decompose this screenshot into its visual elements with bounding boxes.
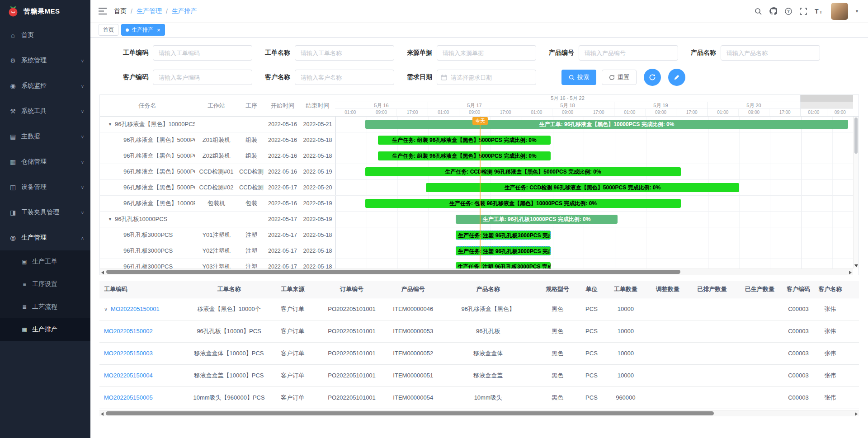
demand-date-input[interactable] bbox=[437, 70, 536, 85]
breadcrumb-scheduling[interactable]: 生产排产 bbox=[172, 7, 197, 15]
work-order-code-input[interactable] bbox=[153, 45, 252, 61]
gantt-start-date: 2022-05-17 bbox=[265, 259, 300, 268]
gantt-task-bar[interactable]: 生产任务: 注塑 96孔孔板3000PCS 完成比例: 0% bbox=[456, 262, 551, 268]
gantt-vertical-scrollbar[interactable] bbox=[853, 117, 859, 268]
chevron-down-icon[interactable]: ▾ bbox=[856, 9, 858, 14]
gantt-task-bar[interactable]: 生产任务: 注塑 96孔孔板3000PCS 完成比例: 0% bbox=[456, 246, 551, 255]
sidebar-item-fixture[interactable]: ◨工装夹具管理∨ bbox=[0, 200, 90, 225]
gantt-hour-label: 01:00 bbox=[614, 109, 646, 116]
table-row[interactable]: MO20220515000510mm吸头【960000】PCS客户订单PO202… bbox=[99, 386, 859, 409]
table-row[interactable]: MO20220515000296孔孔板【10000】PCS客户订单PO20220… bbox=[99, 320, 859, 342]
table-horizontal-scrollbar[interactable] bbox=[99, 410, 859, 416]
table-row[interactable]: MO202205150004移液盒盒盖【10000】PCS客户订单PO20220… bbox=[99, 364, 859, 386]
work-order-link[interactable]: MO202205150004 bbox=[104, 372, 153, 379]
gantt-timeline-header: 5月 16 - 5月 22 5月 1601:0009:0017:005月 170… bbox=[335, 95, 853, 116]
table-row[interactable]: MO202205150003移液盒盒体【10000】PCS客户订单PO20220… bbox=[99, 342, 859, 364]
scroll-down-arrow[interactable] bbox=[854, 264, 858, 267]
gantt-task-name: ▼96孔移液盒【黑色】10000PCS bbox=[100, 117, 195, 132]
gantt-row[interactable]: 96孔移液盒【黑色】5000PCSCCD检测#01CCD检测2022-05-16… bbox=[100, 164, 859, 180]
gantt-end-date: 2022-05-19 bbox=[300, 164, 335, 179]
gantt-task-name: 96孔孔板3000PCS bbox=[100, 259, 195, 268]
sidebar-item-master-data[interactable]: ▤主数据∨ bbox=[0, 124, 90, 149]
font-size-icon[interactable]: TT bbox=[815, 8, 823, 14]
scrollbar-thumb[interactable] bbox=[854, 118, 858, 154]
refresh-button[interactable] bbox=[644, 69, 661, 86]
scrollbar-thumb[interactable] bbox=[106, 411, 714, 415]
gantt-task-bar[interactable]: 生产任务: CCD检测 96孔移液盒【黑色】5000PCS 完成比例: 0% bbox=[426, 183, 739, 192]
gantt-row[interactable]: 96孔孔板3000PCSY01注塑机注塑2022-05-172022-05-18… bbox=[100, 227, 859, 243]
tab-label: 首页 bbox=[103, 26, 114, 34]
sidebar-item-production-scheduling[interactable]: ▦生产排产 bbox=[0, 318, 90, 341]
gantt-task-bar[interactable]: 生产任务: 组装 96孔移液盒【黑色】5000PCS 完成比例: 0% bbox=[378, 151, 551, 160]
breadcrumb-production[interactable]: 生产管理 bbox=[137, 7, 162, 15]
fullscreen-icon[interactable] bbox=[800, 8, 807, 15]
reset-button[interactable]: 重置 bbox=[602, 70, 637, 85]
work-order-link[interactable]: MO202205150001 bbox=[111, 306, 160, 312]
gantt-hour-row: 01:0009:0017:00 bbox=[428, 109, 521, 116]
sidebar-collapse-icon[interactable] bbox=[97, 6, 108, 16]
cell-name: 移液盒盒体【10000】PCS bbox=[190, 342, 268, 364]
sidebar-item-label: 工艺流程 bbox=[32, 303, 57, 311]
sidebar-item-system-monitor[interactable]: ◉系统监控∨ bbox=[0, 73, 90, 99]
gantt-day: 5月 1801:0009:0017:00 bbox=[521, 102, 614, 116]
gantt-task-bar[interactable]: 生产任务: 注塑 96孔孔板3000PCS 完成比例: 0% bbox=[456, 231, 551, 240]
tab-home[interactable]: 首页 bbox=[99, 24, 118, 36]
work-order-link[interactable]: MO202205150003 bbox=[104, 350, 153, 357]
gantt-row[interactable]: ▼96孔孔板10000PCS2022-05-172022-05-19生产工单: … bbox=[100, 212, 859, 227]
caret-down-icon[interactable]: ▼ bbox=[108, 217, 112, 221]
customer-code-input[interactable] bbox=[153, 70, 252, 85]
search-button[interactable]: 搜索 bbox=[561, 70, 596, 85]
scroll-right-arrow[interactable] bbox=[855, 412, 858, 416]
avatar[interactable] bbox=[831, 3, 848, 20]
gantt-row[interactable]: 96孔移液盒【黑色】5000PCSZ01组装机组装2022-05-162022-… bbox=[100, 132, 859, 148]
product-name-input[interactable] bbox=[721, 45, 820, 61]
product-code-input[interactable] bbox=[579, 45, 678, 61]
sidebar-item-home[interactable]: ⌂首页 bbox=[0, 23, 90, 48]
breadcrumb-home[interactable]: 首页 bbox=[114, 7, 127, 15]
table-row[interactable]: ∨MO202205150001移液盒【黑色】10000个客户订单PO202205… bbox=[99, 298, 859, 320]
sidebar-item-system-tools[interactable]: ⚒系统工具∨ bbox=[0, 99, 90, 124]
sidebar-item-warehouse[interactable]: ▦仓储管理∨ bbox=[0, 149, 90, 174]
scrollbar-thumb[interactable] bbox=[106, 270, 680, 274]
scroll-left-arrow[interactable] bbox=[101, 271, 104, 274]
github-icon[interactable] bbox=[769, 7, 777, 15]
scroll-right-arrow[interactable] bbox=[849, 271, 852, 274]
gantt-task-bar[interactable]: 生产任务: 包装 96孔移液盒【黑色】10000PCS 完成比例: 0% bbox=[365, 199, 681, 208]
caret-down-icon[interactable]: ▼ bbox=[108, 122, 112, 127]
work-order-link[interactable]: MO202205150002 bbox=[104, 328, 153, 334]
sidebar-item-process-flow[interactable]: ≣工艺流程 bbox=[0, 296, 90, 318]
tab-production-scheduling[interactable]: 生产排产 × bbox=[121, 24, 165, 36]
scroll-left-arrow[interactable] bbox=[101, 412, 104, 416]
gantt-row[interactable]: 96孔移液盒【黑色】5000PCSCCD检测#02CCD检测2022-05-17… bbox=[100, 180, 859, 196]
work-order-link[interactable]: MO202205150005 bbox=[104, 394, 153, 401]
sidebar-item-equipment[interactable]: ◫设备管理∨ bbox=[0, 174, 90, 200]
sidebar-item-process-setting[interactable]: ≡工序设置 bbox=[0, 273, 90, 296]
sidebar-item-production-work-order[interactable]: ▣生产工单 bbox=[0, 250, 90, 273]
work-order-name-input[interactable] bbox=[295, 45, 394, 61]
help-icon[interactable]: ? bbox=[785, 8, 792, 15]
gantt-task-bar[interactable]: 生产任务: CCD检测 96孔移液盒【黑色】5000PCS 完成比例: 0% bbox=[365, 167, 681, 176]
search-icon[interactable] bbox=[755, 8, 762, 15]
close-icon[interactable]: × bbox=[157, 27, 160, 33]
sidebar-item-production[interactable]: ◎生产管理∧ bbox=[0, 225, 90, 250]
database-icon: ▤ bbox=[9, 133, 17, 140]
customer-name-input[interactable] bbox=[295, 70, 394, 85]
source-doc-input[interactable] bbox=[437, 45, 536, 61]
chevron-down-icon[interactable]: ∨ bbox=[104, 306, 108, 312]
sidebar-item-system-admin[interactable]: ⚙系统管理∨ bbox=[0, 48, 90, 73]
gantt-row[interactable]: 96孔移液盒【黑色】10000PCS包装机包装2022-05-162022-05… bbox=[100, 196, 859, 212]
gantt-workstation: Y02注塑机 bbox=[195, 243, 238, 259]
edit-button[interactable] bbox=[668, 69, 685, 86]
gantt-row[interactable]: 96孔孔板3000PCSY02注塑机注塑2022-05-172022-05-18… bbox=[100, 243, 859, 259]
gantt-process: 注塑 bbox=[238, 227, 265, 243]
gantt-timeline-cell: 生产任务: 注塑 96孔孔板3000PCS 完成比例: 0% bbox=[335, 259, 853, 268]
gantt-row[interactable]: 96孔孔板3000PCSY03注塑机注塑2022-05-172022-05-18… bbox=[100, 259, 859, 268]
cell-demand_date: 2022-05 bbox=[847, 342, 859, 364]
gantt-task-bar[interactable]: 生产任务: 组装 96孔移液盒【黑色】5000PCS 完成比例: 0% bbox=[378, 136, 551, 145]
gantt-row[interactable]: 96孔移液盒【黑色】5000PCSZ02组装机组装2022-05-162022-… bbox=[100, 148, 859, 164]
gantt-order-bar[interactable]: 生产工单: 96孔移液盒【黑色】10000PCS 完成比例: 0% bbox=[365, 120, 848, 129]
app-logo[interactable]: 苦糖果MES bbox=[0, 0, 90, 23]
chevron-down-icon: ∨ bbox=[81, 210, 84, 215]
gantt-horizontal-scrollbar[interactable] bbox=[100, 268, 853, 275]
filter-input-wrap bbox=[153, 45, 252, 61]
